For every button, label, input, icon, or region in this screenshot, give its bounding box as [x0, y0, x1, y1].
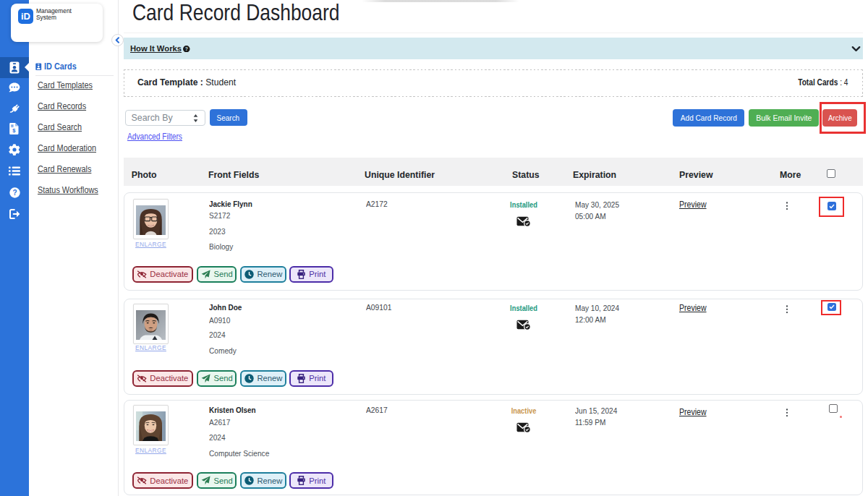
svg-text:?: ?	[12, 189, 17, 197]
svg-text:?: ?	[185, 46, 188, 51]
